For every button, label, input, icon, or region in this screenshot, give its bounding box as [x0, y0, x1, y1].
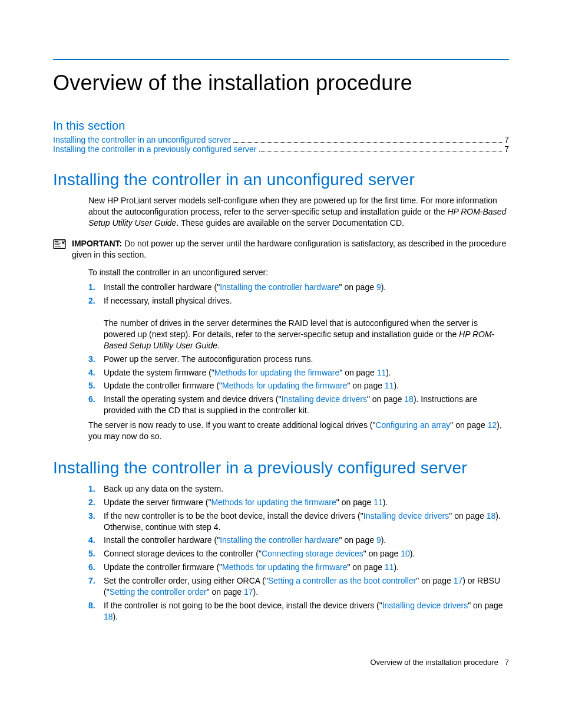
top-rule	[53, 59, 509, 60]
step-item: 4. Install the controller hardware ("Ins…	[88, 535, 509, 546]
step-text: " on page	[207, 587, 244, 597]
step-text: ).	[383, 498, 388, 507]
step-item: 5. Connect storage devices to the contro…	[88, 548, 509, 559]
page-ref[interactable]: 11	[385, 562, 394, 572]
step-number: 4.	[88, 535, 104, 546]
page-ref[interactable]: 18	[487, 511, 496, 521]
step-text: " on page	[348, 381, 385, 390]
link-update-firmware[interactable]: Methods for updating the firmware	[222, 381, 347, 390]
toc-block: In this section Installing the controlle…	[53, 119, 509, 154]
page-ref[interactable]: 17	[454, 576, 463, 585]
toc-item[interactable]: Installing the controller in an unconfig…	[53, 135, 509, 144]
link-update-firmware[interactable]: Methods for updating the firmware	[214, 368, 339, 377]
step-number: 6.	[88, 562, 104, 573]
step-number: 1.	[88, 483, 104, 495]
step-text: Power up the server. The autoconfigurati…	[104, 354, 509, 365]
step-text: " on page	[339, 368, 376, 377]
step-item: 2. If necessary, install physical drives…	[88, 295, 509, 351]
page-ref[interactable]: 9	[376, 535, 381, 545]
important-text: Do not power up the server until the har…	[72, 239, 506, 259]
link-update-firmware[interactable]: Methods for updating the firmware	[222, 562, 347, 572]
page-ref[interactable]: 17	[244, 587, 253, 597]
step-text: " on page	[339, 282, 376, 292]
steps-list-b: 1. Back up any data on the system. 2. Up…	[88, 483, 509, 622]
step-number: 3.	[88, 510, 104, 533]
step-text: " on page	[348, 562, 385, 572]
page-ref[interactable]: 11	[385, 381, 394, 390]
document-page: Overview of the installation procedure I…	[0, 0, 562, 702]
intro-paragraph: New HP ProLiant server models self-confi…	[88, 195, 509, 229]
step-text: If the new controller is to be the boot …	[104, 511, 363, 521]
page-ref[interactable]: 12	[488, 420, 497, 430]
outro-text: The server is now ready to use. If you w…	[88, 420, 375, 430]
step-item: 6. Update the controller firmware ("Meth…	[88, 562, 509, 573]
link-configure-array[interactable]: Configuring an array	[375, 420, 450, 430]
step-text: If necessary, install physical drives.	[104, 296, 232, 305]
page-ref[interactable]: 18	[104, 612, 113, 621]
page-ref[interactable]: 11	[373, 498, 383, 507]
page-footer: Overview of the installation procedure 7	[53, 658, 509, 667]
link-install-hardware[interactable]: Installing the controller hardware	[220, 535, 339, 545]
link-controller-order[interactable]: Setting the controller order	[110, 587, 207, 597]
intro-text-pre: New HP ProLiant server models self-confi…	[88, 196, 497, 216]
important-label: IMPORTANT:	[72, 239, 122, 248]
step-text: " on page	[336, 498, 373, 507]
link-install-hardware[interactable]: Installing the controller hardware	[220, 282, 339, 292]
toc-item[interactable]: Installing the controller in a previousl…	[53, 144, 509, 154]
outro-text: " on page	[450, 420, 487, 430]
footer-label: Overview of the installation procedure	[370, 658, 498, 667]
step-text: " on page	[449, 511, 486, 521]
toc-item-page: 7	[504, 144, 509, 154]
link-connect-storage[interactable]: Connecting storage devices	[262, 549, 363, 558]
section-heading-unconfigured: Installing the controller in an unconfig…	[53, 170, 509, 189]
step-number: 6.	[88, 394, 104, 416]
important-callout: IMPORTANT: Do not power up the server un…	[53, 238, 509, 261]
step-number: 5.	[88, 380, 104, 391]
step-text: Connect storage devices to the controlle…	[104, 549, 262, 558]
lead-paragraph: To install the controller in an unconfig…	[88, 267, 509, 278]
step-item: 4. Update the system firmware ("Methods …	[88, 367, 509, 378]
step-number: 4.	[88, 367, 104, 378]
step-text: ).	[381, 535, 386, 545]
step-text: ).	[394, 562, 399, 572]
link-install-drivers[interactable]: Installing device drivers	[382, 601, 468, 610]
step-number: 2.	[88, 497, 104, 508]
step-text: ).	[386, 368, 391, 377]
step-text: ).	[381, 282, 386, 292]
step-item: 3. Power up the server. The autoconfigur…	[88, 354, 509, 365]
step-text: ).	[113, 612, 118, 621]
page-ref[interactable]: 11	[377, 368, 386, 377]
link-install-drivers[interactable]: Installing device drivers	[281, 394, 367, 404]
step-item: 3. If the new controller is to be the bo…	[88, 510, 509, 533]
step-number: 5.	[88, 548, 104, 559]
step-item: 1. Back up any data on the system.	[88, 483, 509, 495]
link-boot-controller[interactable]: Setting a controller as the boot control…	[268, 576, 416, 585]
page-ref[interactable]: 9	[376, 282, 381, 292]
section-heading-configured: Installing the controller in a previousl…	[53, 459, 509, 477]
step-text: ).	[410, 549, 415, 558]
step-text: Back up any data on the system.	[104, 483, 509, 495]
toc-item-page: 7	[504, 135, 509, 144]
step-item: 2. Update the server firmware ("Methods …	[88, 497, 509, 508]
page-ref[interactable]: 18	[404, 394, 414, 404]
link-update-firmware[interactable]: Methods for updating the firmware	[211, 498, 336, 507]
step-text: Install the operating system and device …	[104, 394, 281, 404]
page-ref[interactable]: 10	[401, 549, 410, 558]
step-text: If the controller is not going to be the…	[104, 601, 382, 610]
step-item: 6. Install the operating system and devi…	[88, 394, 509, 416]
step-detail-pre: The number of drives in the server deter…	[104, 318, 478, 339]
outro-paragraph: The server is now ready to use. If you w…	[88, 420, 509, 442]
step-text: ).	[394, 381, 399, 390]
step-number: 7.	[88, 575, 104, 598]
step-item: 1. Install the controller hardware ("Ins…	[88, 282, 509, 293]
toc-item-label: Installing the controller in a previousl…	[53, 144, 257, 154]
step-text: ).	[253, 587, 259, 597]
step-text: Set the controller order, using either O…	[104, 576, 268, 585]
link-install-drivers[interactable]: Installing device drivers	[363, 511, 449, 521]
toc-item-label: Installing the controller in an unconfig…	[53, 135, 231, 144]
step-text: " on page	[367, 394, 404, 404]
step-text: " on page	[339, 535, 376, 545]
page-title: Overview of the installation procedure	[53, 71, 509, 95]
step-item: 7. Set the controller order, using eithe…	[88, 575, 509, 598]
lead-text: To install the controller in an unconfig…	[88, 267, 509, 278]
